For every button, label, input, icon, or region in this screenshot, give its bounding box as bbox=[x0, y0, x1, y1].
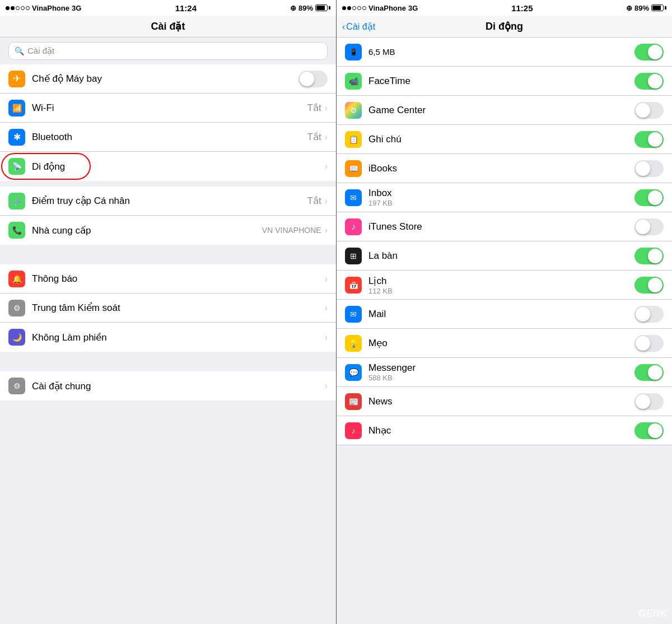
dot2 bbox=[11, 6, 15, 10]
app-item-mail[interactable]: ✉ Mail bbox=[337, 300, 672, 329]
inbox-toggle[interactable] bbox=[634, 189, 664, 206]
app-item-labàn[interactable]: ⊞ La bàn bbox=[337, 241, 672, 271]
ghichu-toggle[interactable] bbox=[634, 131, 664, 148]
app-item-inbox[interactable]: ✉ Inbox197 KB bbox=[337, 183, 672, 212]
network-label: 3G bbox=[72, 4, 81, 12]
back-button[interactable]: ‹ Cài đặt bbox=[342, 21, 375, 32]
rdot2 bbox=[347, 6, 351, 10]
mail-label: Mail bbox=[368, 309, 634, 320]
nhac-icon: ♪ bbox=[345, 422, 362, 439]
app-item-ghichu[interactable]: 📋 Ghi chú bbox=[337, 125, 672, 154]
app-top-toggle[interactable] bbox=[634, 44, 664, 60]
news-toggle[interactable] bbox=[634, 393, 664, 410]
settings-item-wifi[interactable]: 📶 Wi-Fi Tắt › bbox=[0, 94, 336, 123]
ibooks-icon: 📖 bbox=[345, 160, 362, 177]
app-item-ibooks[interactable]: 📖 iBooks bbox=[337, 154, 672, 183]
controlcenter-chevron: › bbox=[325, 303, 328, 313]
settings-item-didong[interactable]: 📡 Di động › bbox=[0, 152, 336, 181]
app-item-meo[interactable]: 💡 Mẹo bbox=[337, 329, 672, 358]
left-nav-bar: Cài đặt bbox=[0, 16, 336, 38]
settings-section-4: ⚙ Cài đặt chung › bbox=[0, 371, 336, 401]
mobile-data-apps-list: 📱 6,5 MB 📹 FaceTime ⚙ Game Center 📋 Gh bbox=[337, 38, 672, 624]
settings-item-controlcenter[interactable]: ⚙ Trung tâm Kiểm soát › bbox=[0, 294, 336, 323]
gamecenter-toggle[interactable] bbox=[634, 102, 664, 119]
itunes-toggle[interactable] bbox=[634, 218, 664, 235]
labàn-toggle[interactable] bbox=[634, 248, 664, 264]
app-item-top[interactable]: 📱 6,5 MB bbox=[337, 38, 672, 67]
lich-icon: 📅 bbox=[345, 277, 362, 294]
right-status-bar: VinaPhone 3G 11:25 ⊕ 89% bbox=[337, 0, 672, 16]
airplane-label: Chế độ Máy bay bbox=[32, 73, 298, 85]
rdot5 bbox=[362, 6, 366, 10]
lich-sublabel: 112 KB bbox=[368, 287, 634, 295]
news-label: News bbox=[368, 396, 634, 407]
lich-label: Lịch112 KB bbox=[368, 275, 634, 295]
settings-section-3: 🔔 Thông báo › ⚙ Trung tâm Kiểm soát › 🌙 … bbox=[0, 264, 336, 352]
ghichu-icon: 📋 bbox=[345, 131, 362, 148]
right-nav-bar: ‹ Cài đặt Di động bbox=[337, 16, 672, 38]
meo-toggle[interactable] bbox=[634, 335, 664, 352]
battery-body bbox=[315, 4, 328, 11]
settings-item-general[interactable]: ⚙ Cài đặt chung › bbox=[0, 371, 336, 401]
gamecenter-icon: ⚙ bbox=[345, 102, 362, 119]
right-battery-percent: ⊕ 89% bbox=[626, 4, 649, 12]
nhac-toggle[interactable] bbox=[634, 422, 664, 439]
carrier-label: VinaPhone bbox=[32, 4, 69, 12]
controlcenter-icon: ⚙ bbox=[8, 300, 25, 316]
search-field[interactable]: 🔍 Cài đặt bbox=[8, 42, 328, 60]
hotspot-chevron: › bbox=[325, 196, 328, 206]
wifi-label: Wi-Fi bbox=[32, 103, 307, 114]
left-status-right: ⊕ 89% bbox=[290, 4, 330, 12]
bluetooth-icon: ✱ bbox=[8, 129, 25, 146]
right-network: 3G bbox=[408, 4, 418, 12]
settings-item-bluetooth[interactable]: ✱ Bluetooth Tắt › bbox=[0, 123, 336, 152]
settings-item-hotspot[interactable]: 🔗 Điểm truy cập Cá nhân Tắt › bbox=[0, 187, 336, 216]
hotspot-label: Điểm truy cập Cá nhân bbox=[32, 195, 307, 207]
labàn-toggle-knob bbox=[648, 249, 662, 263]
ibooks-label: iBooks bbox=[368, 163, 634, 174]
inbox-icon: ✉ bbox=[345, 189, 362, 206]
rdot1 bbox=[342, 6, 346, 10]
app-item-messenger[interactable]: 💬 Messenger588 KB bbox=[337, 358, 672, 387]
facetime-toggle[interactable] bbox=[634, 73, 664, 90]
right-status-right: ⊕ 89% bbox=[626, 4, 666, 12]
settings-item-carrier[interactable]: 📞 Nhà cung cấp VN VINAPHONE › bbox=[0, 216, 336, 245]
ibooks-toggle[interactable] bbox=[634, 160, 664, 177]
settings-item-notifications[interactable]: 🔔 Thông báo › bbox=[0, 264, 336, 294]
messenger-icon: 💬 bbox=[345, 364, 362, 381]
mail-toggle[interactable] bbox=[634, 306, 664, 323]
app-item-lich[interactable]: 📅 Lịch112 KB bbox=[337, 271, 672, 300]
right-battery-body bbox=[651, 4, 664, 11]
dot1 bbox=[6, 6, 10, 10]
back-label: Cài đặt bbox=[346, 21, 375, 32]
news-toggle-knob bbox=[636, 394, 650, 409]
left-status-bar: VinaPhone 3G 11:24 ⊕ 89% bbox=[0, 0, 336, 16]
inbox-sublabel: 197 KB bbox=[368, 199, 634, 207]
settings-item-dnd[interactable]: 🌙 Không Làm phiền › bbox=[0, 323, 336, 352]
battery-tip bbox=[329, 6, 330, 10]
dnd-chevron: › bbox=[325, 332, 328, 342]
spacer-1 bbox=[0, 181, 336, 187]
facetime-icon: 📹 bbox=[345, 73, 362, 90]
app-item-gamecenter[interactable]: ⚙ Game Center bbox=[337, 96, 672, 125]
right-signal bbox=[342, 6, 366, 10]
meo-label: Mẹo bbox=[368, 337, 634, 349]
app-item-nhac[interactable]: ♪ Nhạc bbox=[337, 416, 672, 445]
app-top-label: 6,5 MB bbox=[368, 47, 634, 57]
facetime-toggle-knob bbox=[648, 74, 662, 89]
back-chevron-icon: ‹ bbox=[342, 21, 345, 31]
app-item-facetime[interactable]: 📹 FaceTime bbox=[337, 67, 672, 96]
itunes-icon: ♪ bbox=[345, 218, 362, 235]
app-item-news[interactable]: 📰 News bbox=[337, 387, 672, 416]
lich-toggle-knob bbox=[648, 278, 662, 292]
wifi-chevron: › bbox=[325, 103, 328, 113]
inbox-label: Inbox197 KB bbox=[368, 188, 634, 207]
messenger-toggle[interactable] bbox=[634, 364, 664, 381]
airplane-toggle[interactable] bbox=[298, 71, 328, 87]
lich-toggle[interactable] bbox=[634, 277, 664, 294]
carrier-label-item: Nhà cung cấp bbox=[32, 225, 262, 236]
app-item-itunes[interactable]: ♪ iTunes Store bbox=[337, 212, 672, 241]
settings-item-airplane[interactable]: ✈ Chế độ Máy bay bbox=[0, 64, 336, 94]
gamecenter-toggle-knob bbox=[636, 103, 650, 118]
signal-indicator bbox=[6, 6, 30, 10]
